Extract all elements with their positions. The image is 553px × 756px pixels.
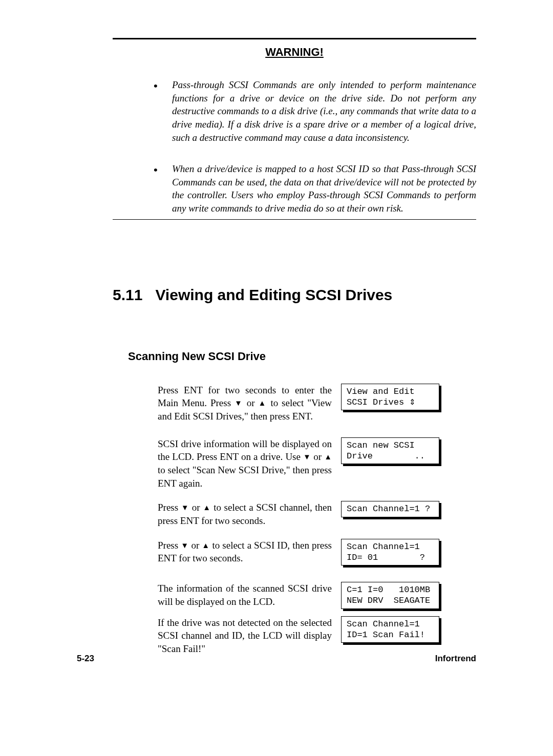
warning-heading: WARNING! [113,46,476,59]
lcd-display: C=1 I=0 1010MB NEW DRV SEAGATE [341,582,439,609]
updown-icon: ⇕ [409,397,416,406]
step-row: Press ENT for two seconds to enter the M… [113,384,476,423]
down-triangle-icon: ▼ [181,541,188,550]
lcd-display: View and Edit SCSI Drives ⇕ [341,384,439,411]
step-row: Press ▼ or ▲ to select a SCSI ID, then p… [113,539,476,571]
warning-list: Pass-through SCSI Commands are only inte… [154,78,476,215]
down-triangle-icon: ▼ [235,399,243,407]
section-heading: 5.11 Viewing and Editing SCSI Drives [113,286,476,304]
step-text: Press ENT for two seconds to enter the M… [158,384,332,423]
horizontal-rule-top [113,38,476,39]
step-text: Press ▼ or ▲ to select a SCSI ID, then p… [158,539,332,565]
step-text: If the drive was not detected on the sel… [158,616,332,656]
step-row: If the drive was not detected on the sel… [113,616,476,656]
brand-name: Infortrend [435,654,476,664]
step-text: SCSI drive information will be displayed… [158,437,332,490]
step-row: SCSI drive information will be displayed… [113,437,476,490]
up-triangle-icon: ▲ [202,541,209,550]
warning-item: Pass-through SCSI Commands are only inte… [154,78,476,144]
page-footer: 5-23 Infortrend [77,654,476,664]
lcd-display: Scan Channel=1 ? [341,501,439,517]
section-title-text: Viewing and Editing SCSI Drives [155,286,392,303]
lcd-display: Scan Channel=1 ID= 01 ? [341,539,439,566]
lcd-column: View and Edit SCSI Drives ⇕ [341,384,439,416]
step-text: The information of the scanned SCSI driv… [158,582,332,608]
lcd-display: Scan Channel=1 ID=1 Scan Fail! [341,616,439,643]
page-number: 5-23 [77,654,94,664]
step-row: The information of the scanned SCSI driv… [113,582,476,614]
up-triangle-icon: ▲ [203,503,211,512]
down-triangle-icon: ▼ [303,453,311,461]
step-row: Press ▼ or ▲ to select a SCSI channel, t… [113,501,476,527]
subsection-heading: Scanning New SCSI Drive [128,350,476,363]
up-triangle-icon: ▲ [259,399,267,407]
section-number: 5.11 [113,286,142,303]
page-content: WARNING! Pass-through SCSI Commands are … [0,0,553,655]
step-text: Press ▼ or ▲ to select a SCSI channel, t… [158,501,332,527]
lcd-display: Scan new SCSI Drive .. [341,437,439,465]
up-triangle-icon: ▲ [324,453,332,461]
down-triangle-icon: ▼ [181,503,189,512]
warning-item: When a drive/device is mapped to a host … [154,162,476,215]
horizontal-rule-bottom [113,219,476,220]
